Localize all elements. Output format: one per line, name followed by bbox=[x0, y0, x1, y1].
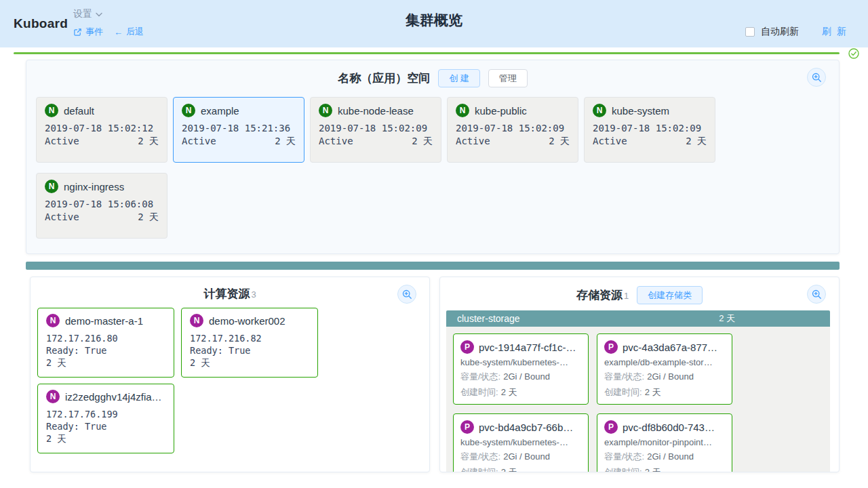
auto-refresh-label: 自动刷新 bbox=[761, 26, 799, 38]
pvc-capacity: 2Gi / Bound bbox=[503, 451, 550, 462]
pvc-card[interactable]: P pvc-4a3da67a-877… example/db-example-s… bbox=[597, 333, 732, 405]
pvc-card[interactable]: P pvc-1914a77f-cf1c-… kube-system/kubern… bbox=[453, 333, 589, 405]
node-age: 2 天 bbox=[190, 357, 309, 369]
pvc-card[interactable]: P pvc-df8b60d0-743… example/monitor-pinp… bbox=[597, 413, 732, 472]
pvc-capacity: 2Gi / Bound bbox=[503, 371, 550, 382]
refresh-button[interactable]: 刷 新 bbox=[822, 26, 848, 38]
namespace-age: 2 天 bbox=[275, 135, 296, 148]
node-ip: 172.17.76.199 bbox=[46, 408, 165, 420]
node-icon: N bbox=[46, 390, 60, 403]
check-circle-icon bbox=[848, 48, 859, 59]
node-ip: 172.17.216.80 bbox=[46, 332, 165, 344]
namespace-card[interactable]: N kube-node-lease 2019-07-18 15:02:09 Ac… bbox=[310, 97, 441, 163]
pvc-list: P pvc-1914a77f-cf1c-… kube-system/kubern… bbox=[446, 327, 830, 472]
compute-panel: 计算资源3 N demo-master-a-1 172.17.216.80 Re… bbox=[30, 277, 430, 472]
namespace-created: 2019-07-18 15:02:12 bbox=[45, 122, 159, 135]
create-namespace-button[interactable]: 创 建 bbox=[438, 69, 480, 87]
storage-count: 1 bbox=[624, 291, 629, 301]
collapsed-section-bar[interactable] bbox=[26, 262, 840, 270]
namespace-card[interactable]: N example 2019-07-18 15:21:36 Active 2 天 bbox=[173, 97, 304, 163]
namespace-status: Active bbox=[45, 135, 79, 148]
pvc-name: pvc-bd4a9cb7-66b… bbox=[479, 422, 573, 433]
pvc-created-label: 创建时间: bbox=[604, 467, 642, 472]
health-progress-line bbox=[14, 52, 840, 54]
storage-class-section: cluster-storage 2 天 P pvc-1914a77f-cf1c-… bbox=[446, 310, 830, 472]
pvc-name: pvc-1914a77f-cf1c-… bbox=[479, 342, 576, 353]
namespace-age: 2 天 bbox=[549, 135, 570, 148]
pvc-age: 2 天 bbox=[645, 387, 661, 397]
namespace-card[interactable]: N default 2019-07-18 15:02:12 Active 2 天 bbox=[36, 97, 167, 163]
storage-class-name: cluster-storage bbox=[457, 313, 520, 324]
pvc-card[interactable]: P pvc-bd4a9cb7-66b… kube-system/kubernet… bbox=[453, 413, 589, 472]
zoom-in-icon bbox=[402, 289, 412, 300]
pvc-ref: example/monitor-pinpoint… bbox=[604, 437, 725, 447]
namespace-status: Active bbox=[182, 135, 216, 148]
namespace-status: Active bbox=[45, 211, 79, 224]
pvc-age: 2 天 bbox=[501, 467, 517, 472]
storage-class-header[interactable]: cluster-storage 2 天 bbox=[446, 310, 830, 327]
pvc-age: 2 天 bbox=[501, 387, 517, 397]
node-age: 2 天 bbox=[46, 357, 165, 369]
node-card[interactable]: N demo-worker002 172.17.216.82 Ready: Tr… bbox=[181, 308, 318, 378]
auto-refresh-checkbox[interactable] bbox=[745, 27, 755, 37]
namespace-icon: N bbox=[182, 104, 195, 117]
page-title: 集群概览 bbox=[0, 11, 868, 30]
namespaces-panel: 名称（应用）空间 创 建 管理 N default 2019-07-18 15:… bbox=[26, 60, 840, 254]
namespace-age: 2 天 bbox=[138, 135, 159, 148]
namespace-icon: N bbox=[45, 104, 58, 117]
namespace-age: 2 天 bbox=[138, 211, 159, 224]
namespace-created: 2019-07-18 15:02:09 bbox=[593, 122, 707, 135]
namespace-name: example bbox=[201, 105, 239, 117]
app-header: Kuboard 设置 事件 ← 后退 集群概览 自动刷新 刷 新 bbox=[0, 0, 868, 47]
namespace-name: kube-public bbox=[475, 105, 527, 117]
pvc-capacity-label: 容量/状态: bbox=[460, 371, 500, 382]
node-name: iz2zedgghv14j4zfia… bbox=[65, 391, 162, 403]
zoom-in-icon bbox=[812, 289, 822, 300]
namespace-icon: N bbox=[319, 104, 332, 117]
namespace-created: 2019-07-18 15:06:08 bbox=[45, 198, 159, 211]
pvc-name: pvc-4a3da67a-877… bbox=[623, 342, 717, 353]
namespace-created: 2019-07-18 15:21:36 bbox=[182, 122, 296, 135]
pvc-icon: P bbox=[460, 340, 474, 354]
namespace-status: Active bbox=[319, 135, 353, 148]
namespace-name: nginx-ingress bbox=[64, 181, 124, 192]
pvc-ref: kube-system/kubernetes-… bbox=[460, 357, 581, 367]
pvc-capacity-label: 容量/状态: bbox=[604, 371, 644, 382]
pvc-capacity-label: 容量/状态: bbox=[604, 451, 644, 462]
namespace-card[interactable]: N kube-system 2019-07-18 15:02:09 Active… bbox=[584, 97, 715, 163]
manage-namespace-button[interactable]: 管理 bbox=[488, 69, 528, 87]
node-card[interactable]: N iz2zedgghv14j4zfia… 172.17.76.199 Read… bbox=[37, 384, 174, 453]
namespaces-zoom-button[interactable] bbox=[807, 68, 826, 87]
storage-panel: 存储资源1 创建存储类 cluster-storage 2 天 P pvc-19… bbox=[439, 277, 840, 472]
node-ready: Ready: True bbox=[46, 344, 165, 357]
namespace-status: Active bbox=[456, 135, 490, 148]
namespace-icon: N bbox=[593, 104, 606, 117]
compute-title: 计算资源3 bbox=[203, 286, 256, 302]
pvc-capacity-label: 容量/状态: bbox=[460, 451, 500, 462]
node-icon: N bbox=[46, 314, 60, 327]
namespace-card[interactable]: N nginx-ingress 2019-07-18 15:06:08 Acti… bbox=[36, 173, 167, 239]
namespace-card[interactable]: N kube-public 2019-07-18 15:02:09 Active… bbox=[447, 97, 578, 163]
node-age: 2 天 bbox=[46, 432, 165, 445]
create-storageclass-button[interactable]: 创建存储类 bbox=[637, 286, 703, 304]
namespaces-title: 名称（应用）空间 bbox=[338, 70, 430, 86]
zoom-in-icon bbox=[812, 73, 822, 83]
storage-zoom-button[interactable] bbox=[807, 285, 826, 304]
namespace-name: kube-node-lease bbox=[338, 105, 414, 117]
compute-zoom-button[interactable] bbox=[397, 285, 416, 304]
node-ready: Ready: True bbox=[190, 344, 309, 357]
pvc-ref: example/db-example-stor… bbox=[604, 357, 725, 367]
pvc-icon: P bbox=[604, 340, 618, 354]
namespace-created: 2019-07-18 15:02:09 bbox=[319, 122, 433, 135]
namespace-age: 2 天 bbox=[686, 135, 707, 148]
node-name: demo-worker002 bbox=[209, 315, 285, 327]
namespace-created: 2019-07-18 15:02:09 bbox=[456, 122, 570, 135]
compute-count: 3 bbox=[251, 289, 256, 300]
node-ready: Ready: True bbox=[46, 420, 165, 432]
node-ip: 172.17.216.82 bbox=[190, 332, 309, 344]
pvc-age: 2 天 bbox=[645, 467, 661, 472]
namespace-status: Active bbox=[593, 135, 627, 148]
node-card[interactable]: N demo-master-a-1 172.17.216.80 Ready: T… bbox=[37, 308, 174, 378]
storage-title: 存储资源1 bbox=[576, 287, 629, 303]
namespace-name: kube-system bbox=[612, 105, 669, 117]
